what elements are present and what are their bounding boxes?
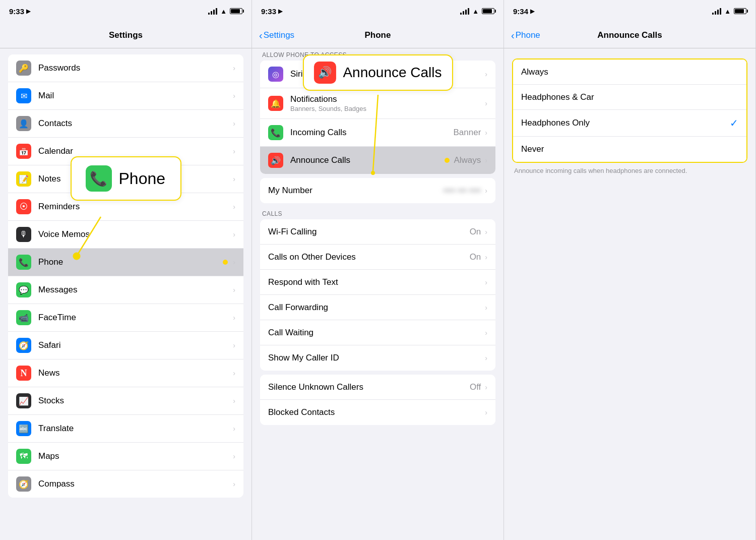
contacts-icon: 👤 [16,116,31,131]
chevron-passwords: › [233,64,235,72]
settings-item-messages[interactable]: 💬 Messages › [8,276,243,304]
notifications-sublabel: Banners, Sounds, Badges [290,105,484,112]
translate-icon: 🔤 [16,421,31,436]
settings-panel: 9:33 ▶ ▲ Settings 🔑 [0,0,252,540]
location-arrow-2: ▶ [278,8,282,15]
announce-calls-value: Always [454,155,481,165]
incoming-calls-label: Incoming Calls [290,128,454,138]
option-always[interactable]: Always [513,59,746,85]
news-icon: N [16,366,31,381]
chevron-incoming: › [485,129,487,137]
phone-item-caller-id[interactable]: Show My Caller ID › [260,345,495,371]
phone-item-respond-text[interactable]: Respond with Text › [260,270,495,295]
chevron-calls-other: › [485,253,487,261]
notifications-label: Notifications [290,94,484,104]
settings-item-voice-memos[interactable]: 🎙 Voice Memos › [8,221,243,249]
chevron-voice-memos: › [233,230,235,238]
phone-item-my-number[interactable]: My Number •••• ••• •••• › [260,178,495,203]
mail-label: Mail [38,91,232,101]
settings-item-safari[interactable]: 🧭 Safari › [8,332,243,359]
settings-group: 🔑 Passwords › ✉ Mail › 👤 Cont [8,54,243,498]
passwords-label: Passwords [38,63,232,73]
caller-id-label: Show My Caller ID [268,353,484,363]
phone-item-wifi-calling[interactable]: Wi-Fi Calling On › [260,219,495,245]
settings-item-facetime[interactable]: 📹 FaceTime › [8,304,243,332]
announce-calls-label: Announce Calls [290,155,445,165]
phone-nav-bar: ‹ Settings Phone [252,22,503,48]
passwords-icon: 🔑 [16,61,31,76]
settings-item-stocks[interactable]: 📈 Stocks › [8,387,243,415]
phone-item-notifications[interactable]: 🔔 Notifications Banners, Sounds, Badges … [260,88,495,119]
chevron-waiting: › [485,329,487,337]
phone-item-calls-other[interactable]: Calls on Other Devices On › [260,245,495,270]
chevron-announce: › [485,156,487,164]
phone-back-button[interactable]: ‹ Settings [259,30,294,40]
silence-unknown-label: Silence Unknown Callers [268,382,470,392]
calls-header: CALLS [252,207,503,219]
facetime-icon: 📹 [16,310,31,325]
phone-item-call-waiting[interactable]: Call Waiting › [260,320,495,345]
announce-dot [445,158,450,163]
compass-label: Compass [38,479,232,489]
settings-item-translate[interactable]: 🔤 Translate › [8,415,243,443]
settings-item-compass[interactable]: 🧭 Compass › [8,470,243,498]
calls-group: Wi-Fi Calling On › Calls on Other Device… [260,219,495,371]
option-headphones-car-label: Headphones & Car [521,92,594,102]
phone-item-call-forwarding[interactable]: Call Forwarding › [260,295,495,320]
call-forwarding-label: Call Forwarding [268,303,484,313]
chevron-phone: › [233,258,235,266]
settings-item-phone[interactable]: 📞 Phone › [8,249,243,276]
phone-item-announce-calls[interactable]: 🔊 Announce Calls Always › [260,147,495,174]
option-headphones-car[interactable]: Headphones & Car [513,85,746,110]
phone-item-silence-unknown[interactable]: Silence Unknown Callers Off › [260,375,495,400]
chevron-caller-id: › [485,354,487,362]
messages-label: Messages [38,285,232,295]
status-bar-2: 9:33 ▶ ▲ [252,0,503,22]
settings-item-mail[interactable]: ✉ Mail › [8,82,243,110]
status-time-1: 9:33 ▶ [9,7,30,16]
phone-label: Phone [38,257,223,267]
translate-label: Translate [38,424,232,434]
chevron-siri: › [485,70,487,78]
phone-dot [223,260,228,265]
chevron-maps: › [233,452,235,460]
voice-memos-label: Voice Memos [38,229,232,239]
phone-list: ALLOW PHONE TO ACCESS ◎ Siri & Se… › 🔔 N… [252,48,503,540]
maps-label: Maps [38,451,232,461]
battery-icon-1 [230,8,242,14]
option-always-label: Always [521,67,548,77]
chevron-news: › [233,369,235,377]
announce-callout-text: Announce Calls [343,65,442,81]
wifi-icon-2: ▲ [472,8,479,15]
call-waiting-label: Call Waiting [268,328,484,338]
phone-item-incoming-calls[interactable]: 📞 Incoming Calls Banner › [260,119,495,147]
settings-item-maps[interactable]: 🗺 Maps › [8,443,243,470]
settings-nav-bar: Settings [0,22,251,48]
phone-item-blocked[interactable]: Blocked Contacts › [260,400,495,425]
signal-icon-3 [712,8,721,15]
notes-icon: 📝 [16,171,31,187]
status-time-2: 9:33 ▶ [261,7,282,16]
respond-text-label: Respond with Text [268,277,484,287]
announce-back-button[interactable]: ‹ Phone [511,30,540,40]
status-bar-1: 9:33 ▶ ▲ [0,0,251,22]
chevron-safari: › [233,341,235,349]
settings-item-contacts[interactable]: 👤 Contacts › [8,110,243,138]
location-arrow-3: ▶ [530,8,534,15]
settings-item-passwords[interactable]: 🔑 Passwords › [8,54,243,82]
option-headphones-only[interactable]: Headphones Only ✓ [513,110,746,137]
announce-callout: 🔊 Announce Calls [302,54,453,91]
my-number-section: My Number •••• ••• •••• › [252,178,503,203]
wifi-calling-value: On [470,227,481,237]
signal-icon-1 [208,8,217,15]
settings-item-news[interactable]: N News › [8,359,243,387]
reminders-label: Reminders [38,202,232,212]
blocked-contacts-label: Blocked Contacts [268,407,484,417]
silence-unknown-value: Off [470,382,481,392]
announce-calls-panel: 9:34 ▶ ▲ ‹ Phone Announce Calls A [504,0,756,540]
option-never[interactable]: Never [513,137,746,162]
announce-calls-icon: 🔊 [268,153,283,168]
status-bar-3: 9:34 ▶ ▲ [504,0,755,22]
phone-callout: 📞 Phone [71,156,181,201]
location-arrow-1: ▶ [26,8,30,15]
